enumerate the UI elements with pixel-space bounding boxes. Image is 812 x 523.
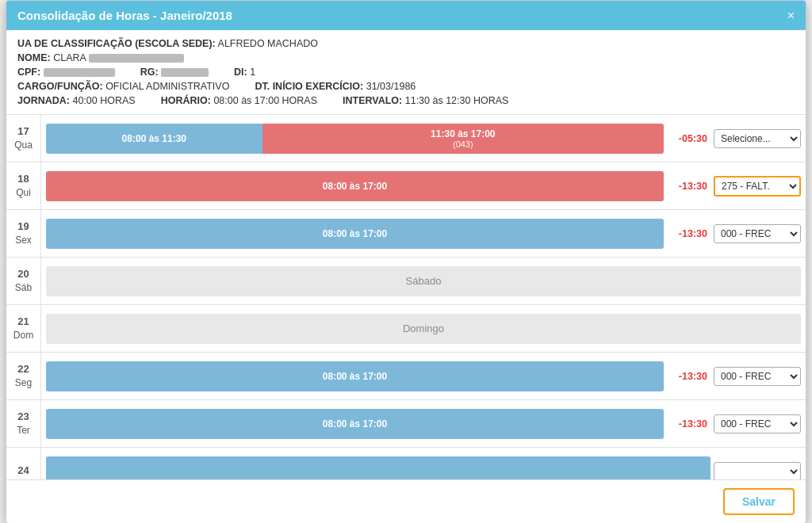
table-row: 19Sex08:00 às 17:00-13:30000 - FREC xyxy=(6,210,806,258)
schedule-bar: Sábado xyxy=(46,266,801,296)
day-label: 19Sex xyxy=(6,210,41,257)
cargo-info: CARGO/FUNÇÃO: OFICIAL ADMINISTRATIVO xyxy=(17,81,229,92)
rg-info: RG: xyxy=(140,67,209,78)
bar-red-full: 08:00 às 17:00 xyxy=(46,171,664,201)
day-label: 17Qua xyxy=(6,115,41,162)
table-row: 21DomDomingo xyxy=(6,305,806,353)
intervalo-info: INTERVALO: 11:30 às 12:30 HORAS xyxy=(343,95,508,106)
info-row-3: CPF: RG: DI: 1 xyxy=(17,67,795,78)
day-content: 08:00 às 11:3011:30 às 17:00(043)-05:30S… xyxy=(41,115,806,162)
diff-label: -13:30 xyxy=(667,228,710,239)
day-content: 08:00 às 17:00-13:30000 - FREC xyxy=(41,353,806,399)
diff-label: -13:30 xyxy=(667,371,710,382)
table-row: 20SábSábado xyxy=(6,258,806,305)
bar-blue: 08:00 às 11:30 xyxy=(46,124,262,154)
jornada-info: JORNADA: 40:00 HORAS xyxy=(17,95,136,106)
day-label: 23Ter xyxy=(6,400,41,447)
bar-red: 11:30 às 17:00(043) xyxy=(262,124,664,154)
day-content xyxy=(41,448,806,479)
info-row-2: NOME: CLARA xyxy=(17,52,795,63)
schedule-bar: 08:00 às 17:00 xyxy=(46,219,664,249)
save-button[interactable]: Salvar xyxy=(723,488,795,515)
day-label: 24 xyxy=(6,448,41,479)
schedule-bar: Domingo xyxy=(46,314,801,344)
modal-footer: Salvar xyxy=(6,479,806,523)
schedule-bar: 08:00 às 11:3011:30 às 17:00(043) xyxy=(46,124,664,154)
dt-inicio-info: DT. INÍCIO EXERCÍCIO: 31/03/1986 xyxy=(255,81,416,92)
horario-info: HORÁRIO: 08:00 às 17:00 HORAS xyxy=(161,95,317,106)
modal-header: Consolidação de Horas - Janeiro/2018 × xyxy=(6,1,806,30)
info-row-1: UA DE CLASSIFICAÇÃO (ESCOLA SEDE): ALFRE… xyxy=(17,38,795,49)
schedule-bar: 08:00 às 17:00 xyxy=(46,409,664,439)
day-content: 08:00 às 17:00-13:30000 - FREC xyxy=(41,400,806,447)
info-section: UA DE CLASSIFICAÇÃO (ESCOLA SEDE): ALFRE… xyxy=(6,30,806,115)
cpf-redacted xyxy=(44,68,115,77)
nome-redacted xyxy=(89,54,184,63)
day-label: 21Dom xyxy=(6,305,41,352)
day-label: 18Qui xyxy=(6,162,41,209)
table-row: 24 xyxy=(6,448,806,479)
di-info: DI: 1 xyxy=(234,67,255,78)
bar-blue-full: 08:00 às 17:00 xyxy=(46,361,664,391)
ua-info: UA DE CLASSIFICAÇÃO (ESCOLA SEDE): ALFRE… xyxy=(17,38,318,49)
table-row: 22Seg08:00 às 17:00-13:30000 - FREC xyxy=(6,353,806,400)
table-row: 17Qua08:00 às 11:3011:30 às 17:00(043)-0… xyxy=(6,115,806,162)
modal-title: Consolidação de Horas - Janeiro/2018 xyxy=(17,9,232,22)
day-label: 22Seg xyxy=(6,353,41,399)
bar-weekend: Domingo xyxy=(46,314,801,344)
occurrence-select[interactable] xyxy=(714,462,801,480)
schedule-bar xyxy=(46,456,710,480)
schedule-table: 17Qua08:00 às 11:3011:30 às 17:00(043)-0… xyxy=(6,115,806,479)
diff-label: -05:30 xyxy=(667,133,710,144)
day-label: 20Sáb xyxy=(6,258,41,304)
day-content: 08:00 às 17:00-13:30000 - FREC xyxy=(41,210,806,257)
rg-redacted xyxy=(161,68,209,77)
occurrence-select[interactable]: 000 - FREC xyxy=(714,367,801,386)
diff-label: -13:30 xyxy=(667,418,710,429)
table-row: 18Qui08:00 às 17:00-13:30275 - FALT. xyxy=(6,162,806,210)
schedule-bar: 08:00 às 17:00 xyxy=(46,171,664,201)
day-content: Domingo xyxy=(41,305,806,352)
occurrence-select[interactable]: 000 - FREC xyxy=(714,414,801,433)
modal-container: Consolidação de Horas - Janeiro/2018 × U… xyxy=(6,0,806,523)
bar-blue-full: 08:00 às 17:00 xyxy=(46,409,664,439)
cpf-info: CPF: xyxy=(17,67,115,78)
day-content: Sábado xyxy=(41,258,806,304)
table-row: 23Ter08:00 às 17:00-13:30000 - FREC xyxy=(6,400,806,448)
bar-blue-full xyxy=(46,456,710,480)
occurrence-select[interactable]: 000 - FREC xyxy=(714,224,801,243)
occurrence-select[interactable]: 275 - FALT. xyxy=(714,176,801,197)
info-row-5: JORNADA: 40:00 HORAS HORÁRIO: 08:00 às 1… xyxy=(17,95,795,106)
occurrence-select[interactable]: Selecione... xyxy=(714,129,801,148)
schedule-bar: 08:00 às 17:00 xyxy=(46,361,664,391)
close-button[interactable]: × xyxy=(787,10,795,22)
bar-weekend: Sábado xyxy=(46,266,801,296)
nome-info: NOME: CLARA xyxy=(17,52,184,63)
day-content: 08:00 às 17:00-13:30275 - FALT. xyxy=(41,162,806,209)
diff-label: -13:30 xyxy=(667,181,710,192)
info-row-4: CARGO/FUNÇÃO: OFICIAL ADMINISTRATIVO DT.… xyxy=(17,81,795,92)
bar-blue-full: 08:00 às 17:00 xyxy=(46,219,664,249)
